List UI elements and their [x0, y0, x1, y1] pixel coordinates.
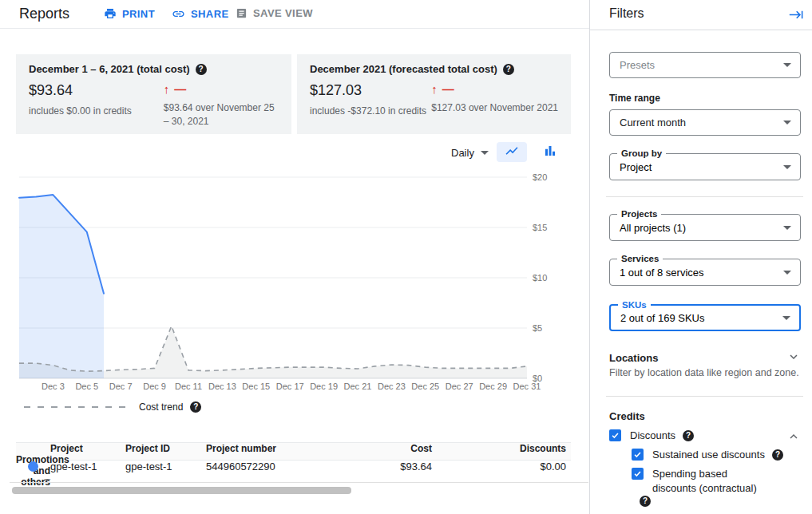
help-icon[interactable]: ? — [772, 449, 783, 461]
column-header[interactable]: Project ID — [125, 443, 206, 454]
column-header[interactable]: Project number — [206, 443, 349, 454]
svg-text:Dec 31: Dec 31 — [513, 382, 541, 391]
reports-main-area: Reports PRINT SHARE SAVE VIEW December 1… — [0, 0, 589, 514]
credits-label: Credits — [609, 410, 645, 422]
svg-text:Dec 21: Dec 21 — [344, 382, 372, 391]
total-cost-card: December 1 – 6, 2021 (total cost) ? $93.… — [16, 54, 291, 134]
skus-dropdown[interactable]: SKUs 2 out of 169 SKUs — [609, 304, 801, 331]
series-color-cell — [16, 461, 50, 472]
help-icon[interactable]: ? — [190, 401, 201, 413]
table-cell: gpe-test-1 — [125, 461, 206, 472]
column-header[interactable]: Discounts — [432, 443, 566, 454]
keyboard-tab-icon — [789, 13, 804, 25]
collapse-discounts-button[interactable] — [786, 429, 801, 446]
total-cost-comparison: $93.64 over November 25 – 30, 2021 — [164, 101, 279, 128]
forecast-cost-amount: $127.03 — [310, 82, 431, 99]
print-label: PRINT — [122, 8, 155, 20]
total-cost-amount: $93.64 — [29, 82, 164, 99]
total-cost-credits-note: includes $0.00 in credits — [29, 105, 164, 117]
locations-description: Filter by location data like region and … — [609, 367, 804, 378]
bar-chart-toggle-button[interactable] — [535, 142, 565, 162]
forecast-cost-card-title: December 2021 (forecasted total cost) — [310, 63, 497, 75]
table-cell: gpe-test-1 — [50, 461, 125, 472]
total-cost-card-title: December 1 – 6, 2021 (total cost) — [29, 63, 190, 75]
cost-chart: $0$5$10$15$20Dec 3Dec 5Dec 7Dec 9Dec 11D… — [0, 168, 575, 401]
print-icon — [104, 7, 117, 20]
help-icon[interactable]: ? — [683, 430, 694, 441]
svg-text:Dec 5: Dec 5 — [75, 382, 98, 391]
chevron-down-icon — [786, 350, 801, 366]
table-cell: $93.64 — [349, 461, 432, 472]
skus-label: SKUs — [618, 299, 651, 310]
svg-text:$10: $10 — [533, 273, 547, 283]
chevron-up-icon — [786, 429, 801, 446]
reports-toolbar: Reports PRINT SHARE SAVE VIEW — [0, 0, 589, 29]
checkbox-checked-icon[interactable] — [632, 449, 644, 461]
sustained-use-discounts-label: Sustained use discounts — [652, 448, 765, 462]
help-icon[interactable]: ? — [503, 64, 514, 75]
filters-title: Filters — [609, 6, 644, 21]
table-row: gpe-test-1gpe-test-1544960572290$93.64$0… — [16, 461, 571, 482]
column-header[interactable]: Project — [50, 443, 125, 454]
interval-dropdown[interactable]: Daily — [451, 147, 489, 159]
svg-text:Dec 9: Dec 9 — [143, 382, 166, 391]
checkbox-checked-icon[interactable] — [609, 429, 621, 441]
chevron-down-icon — [783, 271, 791, 275]
expand-locations-button[interactable] — [786, 350, 801, 366]
svg-text:Dec 29: Dec 29 — [479, 382, 507, 391]
collapse-panel-button[interactable] — [789, 7, 804, 25]
services-dropdown[interactable]: Services 1 out of 8 services — [609, 259, 801, 286]
share-button[interactable]: SHARE — [172, 7, 229, 21]
help-icon[interactable]: ? — [196, 64, 207, 75]
presets-dropdown[interactable]: Presets — [609, 52, 801, 78]
svg-text:$20: $20 — [533, 172, 547, 182]
svg-text:Dec 19: Dec 19 — [310, 382, 338, 391]
services-label: Services — [617, 253, 663, 264]
locations-label: Locations — [609, 352, 658, 364]
time-range-dropdown[interactable]: Current month — [609, 109, 801, 136]
projects-value: All projects (1) — [620, 222, 686, 234]
services-value: 1 out of 8 services — [620, 267, 704, 279]
time-range-label: Time range — [609, 93, 660, 104]
table-cell: 544960572290 — [206, 461, 349, 472]
divider — [606, 196, 803, 197]
svg-text:$15: $15 — [533, 223, 547, 232]
sustained-use-discounts-checkbox-row[interactable]: Sustained use discounts ? — [632, 448, 783, 462]
column-header[interactable]: Cost — [349, 443, 432, 454]
forecast-credits-note: includes -$372.10 in credits — [310, 105, 431, 117]
checkbox-checked-icon[interactable] — [632, 468, 644, 480]
spending-based-discounts-checkbox-row[interactable]: Spending based discounts (contractual) — [632, 467, 774, 496]
locations-section-header: Locations — [609, 350, 801, 366]
page-title: Reports — [19, 6, 69, 22]
presets-placeholder: Presets — [620, 59, 655, 71]
svg-text:Dec 7: Dec 7 — [109, 382, 133, 391]
link-icon — [172, 7, 185, 21]
group-by-label: Group by — [617, 148, 666, 159]
spending-based-discounts-label: Spending based discounts (contractual) — [652, 467, 774, 496]
cost-trend-legend-label: Cost trend — [139, 401, 183, 413]
filters-header: Filters — [590, 0, 812, 30]
discounts-checkbox-label: Discounts — [630, 429, 675, 443]
cost-breakdown-table: ProjectProject IDProject numberCostDisco… — [16, 442, 571, 482]
chevron-down-icon — [783, 63, 791, 67]
svg-text:Dec 25: Dec 25 — [411, 382, 439, 391]
forecast-cost-comparison: $127.03 over November 2021 — [431, 101, 558, 115]
line-chart-toggle-button[interactable] — [497, 142, 527, 162]
series-color-dot — [28, 461, 38, 472]
interval-value: Daily — [451, 147, 474, 159]
chevron-down-icon — [782, 316, 790, 320]
table-cell: $0.00 — [432, 461, 566, 472]
svg-text:Dec 15: Dec 15 — [242, 382, 270, 391]
print-button[interactable]: PRINT — [104, 7, 155, 20]
help-icon[interactable]: ? — [640, 496, 651, 507]
projects-dropdown[interactable]: Projects All projects (1) — [609, 214, 801, 241]
group-by-dropdown[interactable]: Group by Project — [609, 153, 801, 180]
save-view-button[interactable]: SAVE VIEW — [236, 7, 313, 19]
trend-up-icon: ↑— — [164, 82, 279, 96]
chart-legend: Cost trend ? — [24, 401, 201, 413]
discounts-checkbox-row[interactable]: Discounts ? — [609, 429, 780, 443]
divider — [10, 482, 588, 483]
forecast-cost-card: December 2021 (forecasted total cost) ? … — [297, 54, 571, 134]
bar-chart-icon — [543, 144, 557, 160]
horizontal-scrollbar-thumb[interactable] — [12, 487, 351, 494]
